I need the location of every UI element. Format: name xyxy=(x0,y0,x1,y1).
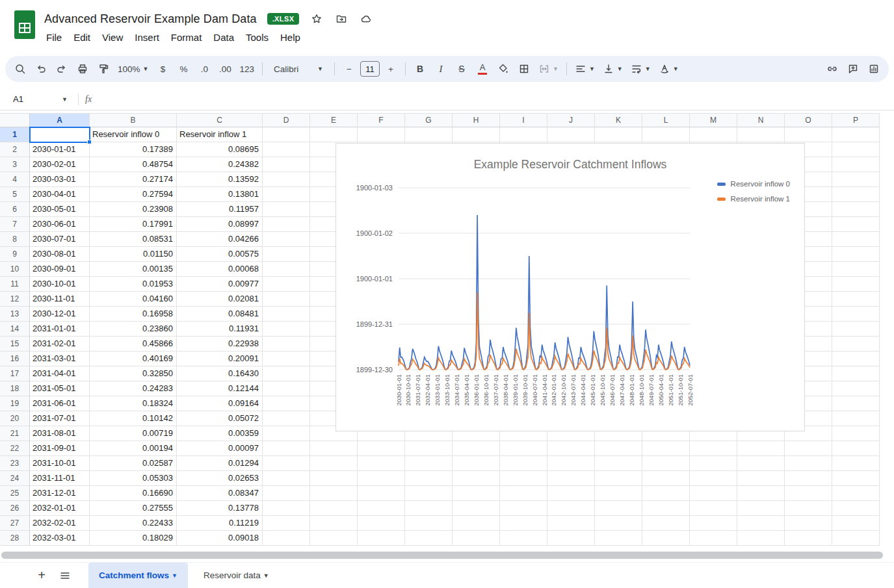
row-header-8[interactable]: 8 xyxy=(0,232,30,247)
cell-H24[interactable] xyxy=(453,471,500,486)
cell-P23[interactable] xyxy=(832,456,880,471)
cell-P22[interactable] xyxy=(832,441,880,456)
sheets-logo[interactable] xyxy=(14,10,36,40)
cell-A23[interactable]: 2031-10-01 xyxy=(30,456,90,471)
cell-C1[interactable]: Reservoir inflow 1 xyxy=(177,127,263,142)
cell-C17[interactable]: 0.16430 xyxy=(177,366,263,381)
menu-view[interactable]: View xyxy=(96,29,129,45)
cell-B20[interactable]: 0.10142 xyxy=(90,411,177,426)
cell-L23[interactable] xyxy=(642,456,690,471)
cell-N27[interactable] xyxy=(737,516,785,531)
row-header-20[interactable]: 20 xyxy=(0,411,30,426)
cell-F24[interactable] xyxy=(358,471,405,486)
cell-C3[interactable]: 0.24382 xyxy=(177,157,263,172)
italic-button[interactable]: I xyxy=(431,60,451,78)
cell-C6[interactable]: 0.11957 xyxy=(177,202,263,217)
cell-C23[interactable]: 0.01294 xyxy=(177,456,263,471)
cell-A24[interactable]: 2031-11-01 xyxy=(30,471,90,486)
cell-J26[interactable] xyxy=(547,501,595,516)
horizontal-align-button[interactable]: ▼ xyxy=(572,60,598,78)
cell-C10[interactable]: 0.00068 xyxy=(177,262,263,277)
cell-I22[interactable] xyxy=(500,441,547,456)
cell-B25[interactable]: 0.16690 xyxy=(90,486,177,501)
cell-O1[interactable] xyxy=(785,127,832,142)
cell-G26[interactable] xyxy=(405,501,453,516)
cell-D12[interactable] xyxy=(263,292,310,307)
cell-C7[interactable]: 0.08997 xyxy=(177,217,263,232)
row-header-5[interactable]: 5 xyxy=(0,187,30,202)
cell-H23[interactable] xyxy=(453,456,500,471)
cell-P5[interactable] xyxy=(832,187,880,202)
cell-D17[interactable] xyxy=(263,366,310,381)
cell-D25[interactable] xyxy=(263,486,310,501)
font-size-input[interactable]: 11 xyxy=(360,61,380,77)
column-header-c[interactable]: C xyxy=(177,113,263,127)
row-header-14[interactable]: 14 xyxy=(0,322,30,337)
cell-G25[interactable] xyxy=(405,486,453,501)
cell-A6[interactable]: 2030-05-01 xyxy=(30,202,90,217)
cell-C27[interactable]: 0.11219 xyxy=(177,516,263,531)
cell-D21[interactable] xyxy=(263,426,310,441)
cell-B27[interactable]: 0.22433 xyxy=(90,516,177,531)
cell-C18[interactable]: 0.12144 xyxy=(177,381,263,396)
cell-M22[interactable] xyxy=(690,441,737,456)
cell-B28[interactable]: 0.18029 xyxy=(90,531,177,546)
all-sheets-button[interactable] xyxy=(53,564,77,587)
cell-F26[interactable] xyxy=(358,501,405,516)
cell-A12[interactable]: 2030-11-01 xyxy=(30,292,90,307)
move-folder-icon[interactable] xyxy=(334,12,348,26)
cell-N24[interactable] xyxy=(737,471,785,486)
cell-K22[interactable] xyxy=(595,441,642,456)
cell-B10[interactable]: 0.00135 xyxy=(90,262,177,277)
cell-H28[interactable] xyxy=(453,531,500,546)
cell-B24[interactable]: 0.05303 xyxy=(90,471,177,486)
column-header-b[interactable]: B xyxy=(90,113,177,127)
cell-D5[interactable] xyxy=(263,187,310,202)
row-header-21[interactable]: 21 xyxy=(0,426,30,441)
row-header-15[interactable]: 15 xyxy=(0,337,30,352)
menu-insert[interactable]: Insert xyxy=(129,29,165,45)
cell-A13[interactable]: 2030-12-01 xyxy=(30,307,90,322)
cell-H1[interactable] xyxy=(453,127,500,142)
format-currency-button[interactable]: $ xyxy=(153,60,172,78)
cell-B2[interactable]: 0.17389 xyxy=(90,142,177,157)
cell-P10[interactable] xyxy=(832,262,880,277)
cell-P21[interactable] xyxy=(832,426,880,441)
font-select[interactable]: Calibri▼ xyxy=(267,60,330,78)
strikethrough-button[interactable]: S xyxy=(452,60,471,78)
insert-comment-button[interactable] xyxy=(843,60,863,78)
cell-C26[interactable]: 0.13778 xyxy=(177,501,263,516)
cell-D2[interactable] xyxy=(263,142,310,157)
cell-N25[interactable] xyxy=(737,486,785,501)
cell-D16[interactable] xyxy=(263,352,310,366)
horizontal-scrollbar[interactable] xyxy=(1,552,883,559)
cell-J25[interactable] xyxy=(547,486,595,501)
cell-A18[interactable]: 2031-05-01 xyxy=(30,381,90,396)
row-header-13[interactable]: 13 xyxy=(0,307,30,322)
row-header-18[interactable]: 18 xyxy=(0,381,30,396)
cell-H22[interactable] xyxy=(453,441,500,456)
cell-O24[interactable] xyxy=(785,471,832,486)
row-header-9[interactable]: 9 xyxy=(0,247,30,262)
cell-C16[interactable]: 0.20091 xyxy=(177,352,263,366)
cell-C9[interactable]: 0.00575 xyxy=(177,247,263,262)
column-header-m[interactable]: M xyxy=(690,113,737,127)
increase-decimals-button[interactable]: .00 xyxy=(215,60,235,78)
cell-A26[interactable]: 2032-01-01 xyxy=(30,501,90,516)
cell-K24[interactable] xyxy=(595,471,642,486)
redo-button[interactable] xyxy=(52,60,72,78)
cell-J28[interactable] xyxy=(547,531,595,546)
cell-I24[interactable] xyxy=(500,471,547,486)
cell-D4[interactable] xyxy=(263,172,310,187)
row-header-17[interactable]: 17 xyxy=(0,366,30,381)
cell-A27[interactable]: 2032-02-01 xyxy=(30,516,90,531)
cell-J24[interactable] xyxy=(547,471,595,486)
cell-B17[interactable]: 0.32850 xyxy=(90,366,177,381)
cell-E23[interactable] xyxy=(310,456,358,471)
cell-P17[interactable] xyxy=(832,366,880,381)
cell-B21[interactable]: 0.00719 xyxy=(90,426,177,441)
cell-D6[interactable] xyxy=(263,202,310,217)
cell-B9[interactable]: 0.01150 xyxy=(90,247,177,262)
cell-H25[interactable] xyxy=(453,486,500,501)
cell-D15[interactable] xyxy=(263,337,310,352)
